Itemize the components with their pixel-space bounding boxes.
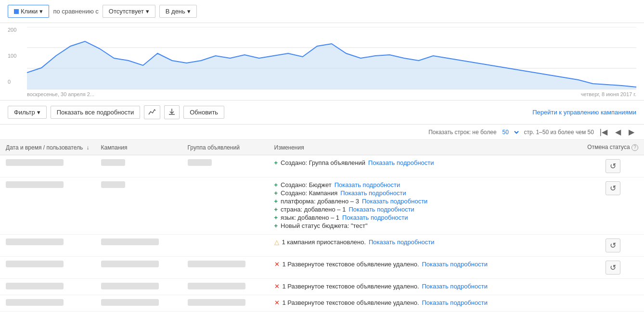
cell-campaign-5 [95, 279, 182, 295]
change-item: + Создано: Кампания Показать подробности [274, 189, 576, 197]
change-item: + платформа: добавлено – 3 Показать подр… [274, 198, 576, 205]
metric-dropdown-icon: ▾ [39, 8, 43, 15]
show-details-link[interactable]: Показать подробности [340, 189, 406, 197]
blurred-campaign-2 [101, 181, 125, 188]
chart-area: 200 100 0 воскресенье, 30 апреля 2... че… [0, 23, 644, 100]
cell-adgroup-1 [182, 155, 269, 177]
top-toolbar: Клики ▾ по сравнению с Отсутствует ▾ В д… [0, 0, 644, 23]
next-page-button[interactable]: ▶ [627, 127, 636, 137]
change-text: 1 Развернутое текстовое объявление удале… [283, 283, 419, 290]
blurred-adgroup-1 [188, 159, 212, 166]
filter-dropdown-icon: ▾ [37, 109, 40, 116]
change-text: 1 кампания приостановлено. [282, 238, 366, 246]
revert-button[interactable]: ↺ [605, 261, 620, 275]
blurred-datetime-1 [6, 159, 64, 166]
change-text: 1 Развернутое текстовое объявление удале… [283, 299, 419, 306]
first-page-button[interactable]: |◀ [598, 127, 609, 137]
table-row: ✕ 1 Развернутое текстовое объявление уда… [0, 279, 644, 295]
show-details-link[interactable]: Показать подробности [422, 283, 488, 290]
cell-datetime-3 [0, 235, 95, 257]
show-details-link[interactable]: Показать подробности [369, 238, 434, 246]
status-help-icon[interactable]: ? [631, 144, 638, 151]
manage-campaigns-link-container: Перейти к управлению кампаниями [532, 109, 636, 116]
cell-changes-6: ✕ 1 Развернутое текстовое объявление уда… [269, 295, 582, 312]
show-details-link[interactable]: Показать подробности [362, 198, 427, 205]
table-row: ✕ 1 Развернутое текстовое объявление уда… [0, 295, 644, 312]
cell-adgroup-3 [182, 235, 269, 257]
sort-arrow-icon[interactable]: ↓ [87, 144, 90, 151]
cell-changes-2: + Создано: Бюджет Показать подробности +… [269, 177, 582, 235]
period-dropdown-icon: ▾ [187, 8, 191, 15]
y-label-100: 100 [8, 53, 16, 59]
th-datetime-label: Дата и время / пользователь [6, 144, 83, 151]
blurred-datetime-4 [6, 261, 64, 267]
change-item: + Создано: Группа объявлений Показать по… [274, 159, 576, 166]
cell-campaign-1 [95, 155, 182, 177]
cell-datetime-1 [0, 155, 95, 177]
show-details-link[interactable]: Показать подробности [348, 206, 414, 213]
cell-changes-3: △ 1 кампания приостановлено. Показать по… [269, 235, 582, 257]
th-status-label: Отмена статуса [587, 144, 630, 150]
rows-count-select[interactable]: 50 25 100 [501, 128, 520, 136]
change-text: страна: добавлено – 1 [281, 206, 346, 213]
cell-datetime-6 [0, 295, 95, 312]
manage-campaigns-link[interactable]: Перейти к управлению кампаниями [532, 109, 636, 116]
cell-status-6 [581, 295, 644, 312]
refresh-button[interactable]: Обновить [183, 106, 224, 119]
change-item: + Новый статус бюджета: "тест" [274, 222, 576, 229]
change-text: Создано: Группа объявлений [281, 159, 365, 166]
change-item: ✕ 1 Развернутое текстовое объявление уда… [274, 299, 576, 306]
show-details-link[interactable]: Показать подробности [422, 299, 488, 306]
th-adgroup: Группа объявлений [182, 140, 269, 155]
show-details-link[interactable]: Показать подробности [342, 214, 408, 221]
change-text: Новый статус бюджета: "тест" [281, 222, 368, 229]
cell-campaign-2 [95, 177, 182, 235]
filter-button[interactable]: Фильтр ▾ [8, 106, 47, 119]
show-all-label: Показать все подробности [57, 109, 134, 116]
th-changes: Изменения [269, 140, 582, 155]
show-details-link[interactable]: Показать подробности [368, 159, 434, 166]
compare-button[interactable]: Отсутствует ▾ [103, 5, 155, 18]
metric-button[interactable]: Клики ▾ [8, 5, 49, 18]
cell-status-2: ↺ [581, 177, 644, 235]
chart-y-labels: 200 100 0 [8, 27, 16, 85]
prev-page-button[interactable]: ◀ [613, 127, 623, 137]
cell-adgroup-2 [182, 177, 269, 235]
chart-toggle-button[interactable] [144, 105, 160, 119]
metric-color-dot [14, 9, 19, 14]
cell-campaign-6 [95, 295, 182, 312]
cell-datetime-5 [0, 279, 95, 295]
revert-button[interactable]: ↺ [605, 159, 620, 173]
download-button[interactable] [164, 105, 180, 119]
th-status: Отмена статуса ? [581, 140, 644, 155]
revert-button[interactable]: ↺ [605, 181, 620, 195]
change-item: △ 1 кампания приостановлено. Показать по… [274, 238, 576, 246]
show-details-link[interactable]: Показать подробности [335, 181, 400, 188]
change-text: Создано: Бюджет [281, 181, 332, 188]
compare-value: Отсутствует [109, 8, 144, 15]
cell-adgroup-5 [182, 279, 269, 295]
th-datetime: Дата и время / пользователь ↓ [0, 140, 95, 155]
period-button[interactable]: В день ▾ [159, 5, 197, 18]
change-plus-icon: + [274, 198, 278, 205]
table-row: △ 1 кампания приостановлено. Показать по… [0, 235, 644, 257]
cell-changes-4: ✕ 1 Развернутое текстовое объявление уда… [269, 257, 582, 279]
page-info: стр. 1–50 из более чем 50 [524, 129, 594, 136]
change-text: язык: добавлено – 1 [281, 214, 339, 221]
cell-campaign-4 [95, 257, 182, 279]
y-label-0: 0 [8, 79, 16, 85]
chart-svg [27, 27, 636, 89]
change-plus-icon: + [274, 206, 278, 213]
change-warning-icon: △ [274, 238, 279, 246]
blurred-adgroup-5 [188, 283, 245, 289]
blurred-adgroup-6 [188, 299, 245, 306]
change-x-icon: ✕ [274, 283, 280, 290]
table-row: + Создано: Группа объявлений Показать по… [0, 155, 644, 177]
show-details-link[interactable]: Показать подробности [422, 261, 488, 268]
change-x-icon: ✕ [274, 299, 280, 306]
revert-button[interactable]: ↺ [605, 238, 620, 252]
period-label: В день [166, 8, 185, 15]
table-row: ✕ 1 Развернутое текстовое объявление уда… [0, 257, 644, 279]
table-header-row: Дата и время / пользователь ↓ Кампания Г… [0, 140, 644, 155]
show-all-button[interactable]: Показать все подробности [51, 106, 141, 119]
